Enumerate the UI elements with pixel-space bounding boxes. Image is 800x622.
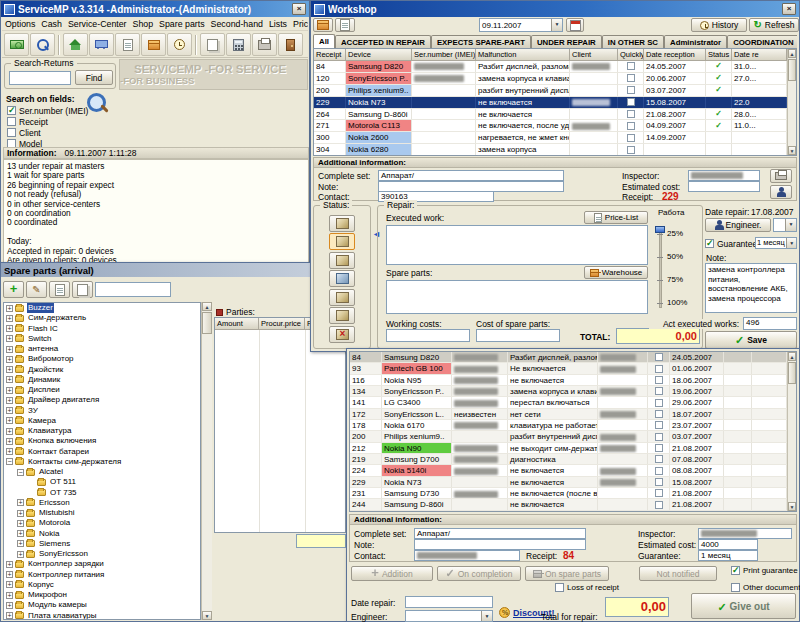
tree-item[interactable]: +Плата клавиатуры	[4, 611, 200, 621]
inspector-field[interactable]	[688, 170, 760, 181]
complete-set-field[interactable]: Аппарат/	[414, 528, 586, 539]
repair-row[interactable]: 120SonyEricsson P..замена корпуса и клав…	[314, 73, 787, 85]
tree-item[interactable]: +Nokia	[4, 529, 200, 539]
close-icon[interactable]	[782, 3, 796, 15]
give-out-row[interactable]: 229Nokia N73не включается15.08.2007	[350, 477, 787, 488]
give-out-row[interactable]: 84Samsung D820Разбит дисплей, разломан ж…	[350, 352, 787, 363]
find-button[interactable]: Find	[75, 70, 113, 85]
close-icon[interactable]	[292, 3, 306, 15]
quickly-checkbox[interactable]	[627, 122, 635, 130]
menu-lists[interactable]: Lists	[266, 19, 290, 29]
tree-item[interactable]: +Motorola	[4, 518, 200, 528]
expander-icon[interactable]: +	[6, 448, 13, 455]
chevron-down-icon[interactable]: ▼	[786, 238, 797, 248]
tree-item[interactable]: −Контакты сим-держателя	[4, 457, 200, 467]
column-header[interactable]: Malfunction	[476, 49, 570, 61]
give-out-row[interactable]: 141LG C3400перестал включаться29.06.2007	[350, 397, 787, 408]
status-button-5[interactable]	[329, 289, 355, 306]
expander-icon[interactable]: +	[6, 571, 13, 578]
expander-icon[interactable]: +	[6, 325, 13, 332]
tree-item[interactable]: OT 511	[4, 477, 200, 487]
document-shortcut-button[interactable]	[335, 18, 355, 32]
work-percent-label[interactable]: 25%	[667, 229, 683, 238]
tree-item[interactable]: +Кнопка включения	[4, 436, 200, 446]
repair-row[interactable]: 264Samsung D-860iне включается21.08.2007…	[314, 109, 787, 121]
tree-item[interactable]: +Mistubishi	[4, 508, 200, 518]
expander-icon[interactable]: −	[17, 469, 24, 476]
give-out-row[interactable]: 116Nokia N95не включается18.06.2007	[350, 375, 787, 386]
give-out-row[interactable]: 219Samsung D700диагностика07.08.2007	[350, 454, 787, 465]
grid-scrollbar[interactable]: ▲ ▼	[787, 352, 796, 511]
tree-item[interactable]: +Контакт батареи	[4, 447, 200, 457]
repair-row[interactable]: 300Nokia 2600нагревается, не жмет кноп.1…	[314, 132, 787, 144]
tree-item[interactable]: +Камера	[4, 416, 200, 426]
search-field-option[interactable]: Ser.number (IMEI)	[7, 105, 88, 116]
quickly-checkbox[interactable]	[627, 86, 635, 94]
quickly-checkbox[interactable]	[655, 421, 663, 429]
status-button-1[interactable]	[329, 215, 355, 232]
scrollbar-thumb[interactable]	[202, 312, 212, 334]
scroll-up-icon[interactable]: ▲	[202, 302, 212, 311]
on-spare-parts-button[interactable]: On spare parts	[525, 566, 609, 581]
give-out-row[interactable]: 231Samsung D730не включается (после воды…	[350, 488, 787, 499]
menu-options[interactable]: Options	[2, 19, 38, 29]
repair-row[interactable]: 84Samsung D820Разбит дисплей, разломан..…	[314, 61, 787, 73]
quickly-checkbox[interactable]	[655, 365, 663, 373]
repair-row[interactable]: 229Nokia N73не включается15.08.200722.0	[314, 97, 787, 109]
quickly-checkbox[interactable]	[655, 455, 663, 463]
expander-icon[interactable]: −	[6, 458, 13, 465]
calc-button[interactable]	[226, 33, 251, 56]
give-out-row[interactable]: 200Philips xenium9..разбит внутренний ди…	[350, 431, 787, 442]
quickly-checkbox[interactable]	[655, 467, 663, 475]
scroll-up-icon[interactable]: ▲	[788, 352, 796, 361]
scroll-up-icon[interactable]: ▲	[788, 49, 796, 58]
scrollbar-thumb[interactable]	[788, 59, 796, 81]
engineer-select[interactable]: ▼	[405, 610, 493, 622]
tab-administrator[interactable]: Administrator	[664, 35, 727, 48]
search-field-option[interactable]: Receipt	[7, 116, 88, 127]
quickly-checkbox[interactable]	[655, 501, 663, 509]
menu-second-hand[interactable]: Second-hand	[208, 19, 266, 29]
tree-item[interactable]: +Клавиатура	[4, 426, 200, 436]
expander-icon[interactable]: +	[6, 602, 13, 609]
complete-set-field[interactable]: Аппарат/	[378, 170, 564, 181]
printer-button[interactable]	[252, 33, 277, 56]
tree-item[interactable]: +Модуль камеры	[4, 600, 200, 610]
expander-icon[interactable]: +	[17, 510, 24, 517]
tree-item[interactable]: −Alcatel	[4, 467, 200, 477]
tree-item[interactable]: +Вибромотор	[4, 354, 200, 364]
date-repair-field[interactable]	[405, 596, 493, 608]
status-button-4[interactable]	[329, 270, 355, 287]
grid-scrollbar[interactable]: ▲ ▼	[787, 49, 796, 155]
scroll-down-icon[interactable]: ▼	[788, 146, 796, 155]
tab-under-repair[interactable]: UNDER REPAIR	[531, 35, 602, 48]
expander-icon[interactable]: +	[17, 530, 24, 537]
column-header[interactable]: Receipt	[314, 49, 346, 61]
column-header[interactable]: Status	[706, 49, 732, 61]
menu-shop[interactable]: Shop	[130, 19, 157, 29]
tree-item[interactable]: +Siemens	[4, 539, 200, 549]
estimated-cost-field[interactable]	[688, 181, 760, 192]
tree-item[interactable]: +ЗУ	[4, 406, 200, 416]
guarantee-field[interactable]: 1 месяц	[698, 550, 758, 561]
quickly-checkbox[interactable]	[655, 489, 663, 497]
menu-price-list[interactable]: Price-list	[290, 19, 308, 29]
spare-parts-textarea[interactable]	[386, 280, 648, 314]
expander-icon[interactable]: +	[6, 366, 13, 373]
status-button-6[interactable]	[329, 307, 355, 324]
print-button[interactable]	[770, 169, 792, 183]
documents-button[interactable]	[72, 281, 93, 298]
column-header[interactable]: Date reception	[644, 49, 706, 61]
engineer-button[interactable]: Engineer.	[705, 218, 771, 232]
spare-costs-field[interactable]	[476, 329, 560, 342]
expander-icon[interactable]: +	[6, 305, 13, 312]
expander-icon[interactable]: +	[6, 407, 13, 414]
expander-icon[interactable]: +	[17, 520, 24, 527]
quickly-checkbox[interactable]	[655, 387, 663, 395]
edit-button[interactable]	[26, 281, 47, 298]
tree-item[interactable]: OT 735	[4, 488, 200, 498]
expander-icon[interactable]: +	[6, 376, 13, 383]
tree-item[interactable]: +Микрофон	[4, 590, 200, 600]
tree-item[interactable]: +Джойстик	[4, 365, 200, 375]
add-button[interactable]	[3, 281, 24, 298]
